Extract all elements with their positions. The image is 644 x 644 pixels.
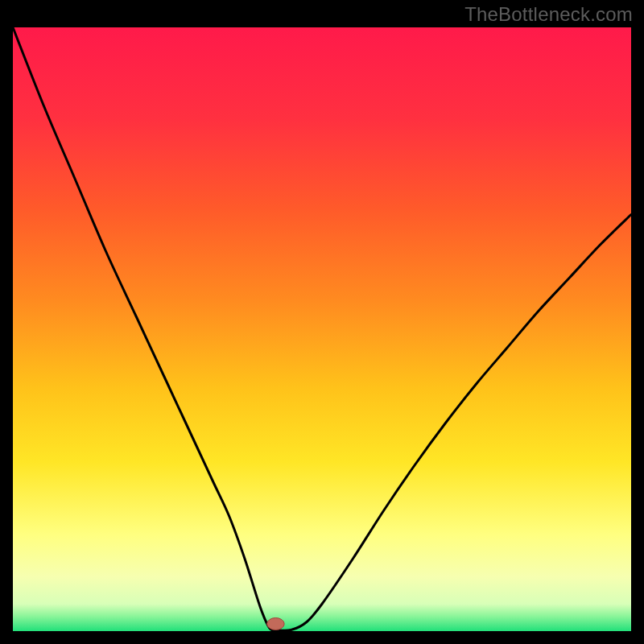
- svg-rect-2: [0, 0, 13, 644]
- chart-background: [13, 27, 631, 631]
- optimum-marker: [267, 618, 285, 630]
- svg-rect-1: [0, 631, 644, 644]
- bottleneck-chart: [0, 0, 644, 644]
- svg-rect-3: [631, 0, 644, 644]
- chart-container: TheBottleneck.com: [0, 0, 644, 644]
- watermark-text: TheBottleneck.com: [464, 3, 633, 26]
